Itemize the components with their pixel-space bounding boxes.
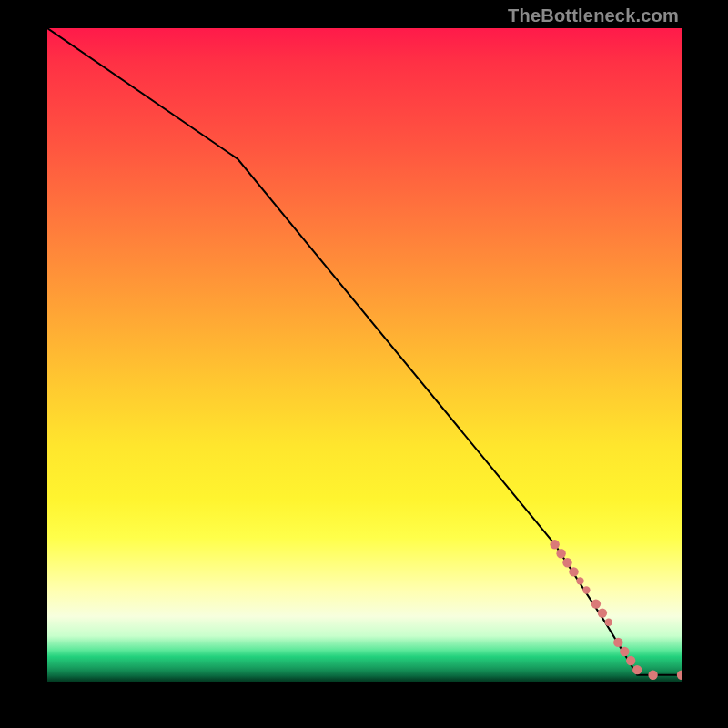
data-marker xyxy=(613,638,622,647)
curve-line xyxy=(47,28,682,675)
marker-group xyxy=(550,540,682,680)
data-marker xyxy=(569,567,578,576)
data-marker xyxy=(648,671,657,680)
data-marker xyxy=(582,586,590,593)
data-marker xyxy=(605,619,612,626)
watermark-text: TheBottleneck.com xyxy=(508,5,679,26)
data-marker xyxy=(677,671,682,680)
plot-area xyxy=(47,28,682,682)
data-marker xyxy=(550,540,559,549)
data-marker xyxy=(620,647,629,656)
plot-svg xyxy=(47,28,682,682)
data-marker xyxy=(632,665,642,674)
chart-container: TheBottleneck.com xyxy=(0,0,728,728)
data-marker xyxy=(562,558,571,567)
data-marker xyxy=(598,608,607,617)
data-marker xyxy=(576,577,583,584)
data-marker xyxy=(556,549,565,558)
data-marker xyxy=(626,656,635,665)
data-marker xyxy=(592,599,601,608)
